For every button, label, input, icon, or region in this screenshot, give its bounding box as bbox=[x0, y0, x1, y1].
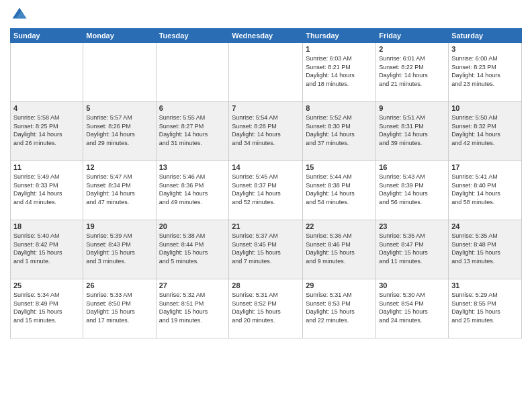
day-info: Sunrise: 5:40 AM Sunset: 8:42 PM Dayligh… bbox=[13, 232, 80, 265]
calendar-cell: 19Sunrise: 5:39 AM Sunset: 8:43 PM Dayli… bbox=[83, 220, 156, 279]
day-info: Sunrise: 5:36 AM Sunset: 8:46 PM Dayligh… bbox=[306, 232, 373, 265]
day-header-saturday: Saturday bbox=[449, 29, 522, 43]
day-info: Sunrise: 5:44 AM Sunset: 8:38 PM Dayligh… bbox=[306, 173, 373, 206]
calendar-cell: 28Sunrise: 5:31 AM Sunset: 8:52 PM Dayli… bbox=[229, 279, 303, 338]
calendar-cell: 3Sunrise: 6:00 AM Sunset: 8:23 PM Daylig… bbox=[449, 43, 522, 102]
calendar-cell: 15Sunrise: 5:44 AM Sunset: 8:38 PM Dayli… bbox=[303, 161, 376, 220]
day-number: 24 bbox=[451, 222, 519, 230]
logo-icon bbox=[11, 7, 28, 23]
day-info: Sunrise: 5:43 AM Sunset: 8:39 PM Dayligh… bbox=[379, 173, 445, 206]
day-number: 13 bbox=[159, 163, 226, 171]
day-number: 26 bbox=[86, 281, 152, 289]
calendar-cell: 8Sunrise: 5:52 AM Sunset: 8:30 PM Daylig… bbox=[303, 102, 376, 161]
day-header-monday: Monday bbox=[83, 29, 156, 43]
day-info: Sunrise: 5:47 AM Sunset: 8:34 PM Dayligh… bbox=[86, 173, 152, 206]
page: SundayMondayTuesdayWednesdayThursdayFrid… bbox=[0, 0, 532, 411]
day-number: 1 bbox=[306, 45, 373, 53]
day-info: Sunrise: 5:37 AM Sunset: 8:45 PM Dayligh… bbox=[232, 232, 300, 265]
day-number: 17 bbox=[451, 163, 519, 171]
day-info: Sunrise: 5:58 AM Sunset: 8:25 PM Dayligh… bbox=[13, 113, 80, 147]
day-number: 30 bbox=[379, 281, 445, 289]
calendar-week-2: 11Sunrise: 5:49 AM Sunset: 8:33 PM Dayli… bbox=[11, 161, 522, 220]
day-info: Sunrise: 5:51 AM Sunset: 8:31 PM Dayligh… bbox=[379, 113, 445, 147]
day-info: Sunrise: 6:00 AM Sunset: 8:23 PM Dayligh… bbox=[451, 54, 519, 88]
calendar-cell: 13Sunrise: 5:46 AM Sunset: 8:36 PM Dayli… bbox=[156, 161, 229, 220]
calendar-cell bbox=[156, 43, 229, 102]
day-number: 23 bbox=[379, 222, 445, 230]
calendar-cell bbox=[83, 43, 156, 102]
logo bbox=[10, 7, 28, 23]
day-info: Sunrise: 6:01 AM Sunset: 8:22 PM Dayligh… bbox=[379, 54, 445, 88]
calendar-cell: 24Sunrise: 5:35 AM Sunset: 8:48 PM Dayli… bbox=[449, 220, 522, 279]
day-number: 21 bbox=[232, 222, 300, 230]
day-number: 27 bbox=[159, 281, 226, 289]
day-info: Sunrise: 5:31 AM Sunset: 8:53 PM Dayligh… bbox=[306, 291, 373, 324]
day-number: 2 bbox=[379, 45, 445, 53]
day-info: Sunrise: 6:03 AM Sunset: 8:21 PM Dayligh… bbox=[306, 54, 373, 88]
header bbox=[10, 7, 522, 23]
calendar-cell: 29Sunrise: 5:31 AM Sunset: 8:53 PM Dayli… bbox=[303, 279, 376, 338]
calendar-cell: 9Sunrise: 5:51 AM Sunset: 8:31 PM Daylig… bbox=[376, 102, 449, 161]
day-number: 14 bbox=[232, 163, 300, 171]
day-number: 5 bbox=[86, 104, 152, 112]
day-number: 10 bbox=[451, 104, 519, 112]
day-header-friday: Friday bbox=[376, 29, 449, 43]
day-info: Sunrise: 5:57 AM Sunset: 8:26 PM Dayligh… bbox=[86, 113, 152, 147]
day-info: Sunrise: 5:35 AM Sunset: 8:47 PM Dayligh… bbox=[379, 232, 445, 265]
day-header-wednesday: Wednesday bbox=[229, 29, 303, 43]
day-info: Sunrise: 5:29 AM Sunset: 8:55 PM Dayligh… bbox=[451, 291, 519, 324]
day-info: Sunrise: 5:45 AM Sunset: 8:37 PM Dayligh… bbox=[232, 173, 300, 206]
calendar-cell bbox=[11, 43, 83, 102]
calendar-cell: 20Sunrise: 5:38 AM Sunset: 8:44 PM Dayli… bbox=[156, 220, 229, 279]
day-number: 9 bbox=[379, 104, 445, 112]
day-info: Sunrise: 5:30 AM Sunset: 8:54 PM Dayligh… bbox=[379, 291, 445, 324]
calendar-week-3: 18Sunrise: 5:40 AM Sunset: 8:42 PM Dayli… bbox=[11, 220, 522, 279]
day-info: Sunrise: 5:55 AM Sunset: 8:27 PM Dayligh… bbox=[159, 113, 226, 147]
calendar-cell: 25Sunrise: 5:34 AM Sunset: 8:49 PM Dayli… bbox=[11, 279, 83, 338]
calendar-cell: 17Sunrise: 5:41 AM Sunset: 8:40 PM Dayli… bbox=[449, 161, 522, 220]
day-number: 11 bbox=[13, 163, 80, 171]
day-number: 29 bbox=[306, 281, 373, 289]
calendar-cell: 2Sunrise: 6:01 AM Sunset: 8:22 PM Daylig… bbox=[376, 43, 449, 102]
calendar-cell: 4Sunrise: 5:58 AM Sunset: 8:25 PM Daylig… bbox=[11, 102, 83, 161]
day-info: Sunrise: 5:32 AM Sunset: 8:51 PM Dayligh… bbox=[159, 291, 226, 324]
day-info: Sunrise: 5:54 AM Sunset: 8:28 PM Dayligh… bbox=[232, 113, 300, 147]
day-number: 12 bbox=[86, 163, 152, 171]
day-info: Sunrise: 5:41 AM Sunset: 8:40 PM Dayligh… bbox=[451, 173, 519, 206]
day-number: 15 bbox=[306, 163, 373, 171]
calendar-cell: 27Sunrise: 5:32 AM Sunset: 8:51 PM Dayli… bbox=[156, 279, 229, 338]
calendar-header-row: SundayMondayTuesdayWednesdayThursdayFrid… bbox=[11, 29, 522, 43]
day-number: 20 bbox=[159, 222, 226, 230]
calendar-cell: 16Sunrise: 5:43 AM Sunset: 8:39 PM Dayli… bbox=[376, 161, 449, 220]
calendar-week-4: 25Sunrise: 5:34 AM Sunset: 8:49 PM Dayli… bbox=[11, 279, 522, 338]
day-info: Sunrise: 5:46 AM Sunset: 8:36 PM Dayligh… bbox=[159, 173, 226, 206]
day-number: 19 bbox=[86, 222, 152, 230]
day-number: 4 bbox=[13, 104, 80, 112]
day-info: Sunrise: 5:35 AM Sunset: 8:48 PM Dayligh… bbox=[451, 232, 519, 265]
day-info: Sunrise: 5:50 AM Sunset: 8:32 PM Dayligh… bbox=[451, 113, 519, 147]
calendar-cell: 26Sunrise: 5:33 AM Sunset: 8:50 PM Dayli… bbox=[83, 279, 156, 338]
day-info: Sunrise: 5:31 AM Sunset: 8:52 PM Dayligh… bbox=[232, 291, 300, 324]
day-header-thursday: Thursday bbox=[303, 29, 376, 43]
calendar-cell: 7Sunrise: 5:54 AM Sunset: 8:28 PM Daylig… bbox=[229, 102, 303, 161]
day-number: 16 bbox=[379, 163, 445, 171]
day-number: 8 bbox=[306, 104, 373, 112]
day-header-sunday: Sunday bbox=[11, 29, 83, 43]
calendar-cell: 30Sunrise: 5:30 AM Sunset: 8:54 PM Dayli… bbox=[376, 279, 449, 338]
day-number: 28 bbox=[232, 281, 300, 289]
day-number: 6 bbox=[159, 104, 226, 112]
day-number: 7 bbox=[232, 104, 300, 112]
day-info: Sunrise: 5:52 AM Sunset: 8:30 PM Dayligh… bbox=[306, 113, 373, 147]
day-number: 22 bbox=[306, 222, 373, 230]
day-info: Sunrise: 5:49 AM Sunset: 8:33 PM Dayligh… bbox=[13, 173, 80, 206]
calendar-cell: 22Sunrise: 5:36 AM Sunset: 8:46 PM Dayli… bbox=[303, 220, 376, 279]
calendar-cell: 5Sunrise: 5:57 AM Sunset: 8:26 PM Daylig… bbox=[83, 102, 156, 161]
calendar-cell: 21Sunrise: 5:37 AM Sunset: 8:45 PM Dayli… bbox=[229, 220, 303, 279]
calendar-table: SundayMondayTuesdayWednesdayThursdayFrid… bbox=[10, 28, 522, 338]
calendar-cell: 12Sunrise: 5:47 AM Sunset: 8:34 PM Dayli… bbox=[83, 161, 156, 220]
calendar-week-1: 4Sunrise: 5:58 AM Sunset: 8:25 PM Daylig… bbox=[11, 102, 522, 161]
day-number: 25 bbox=[13, 281, 80, 289]
day-info: Sunrise: 5:33 AM Sunset: 8:50 PM Dayligh… bbox=[86, 291, 152, 324]
calendar-cell: 31Sunrise: 5:29 AM Sunset: 8:55 PM Dayli… bbox=[449, 279, 522, 338]
calendar-cell: 11Sunrise: 5:49 AM Sunset: 8:33 PM Dayli… bbox=[11, 161, 83, 220]
